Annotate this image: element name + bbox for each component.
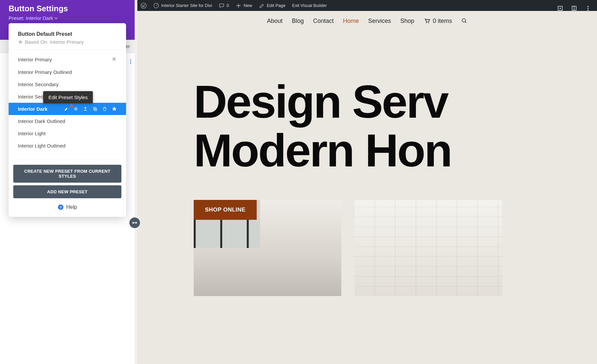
tooltip-edit-preset: Edit Preset Styles (43, 91, 93, 103)
preset-based-on: Based On: Interior Primary (18, 39, 117, 45)
panel-header-icons (557, 5, 591, 11)
nav-blog[interactable]: Blog (292, 18, 304, 25)
exit-builder-link[interactable]: Exit Visual Builder (289, 0, 330, 11)
comments-count: 0 (227, 3, 229, 8)
star-icon[interactable] (112, 106, 117, 111)
exit-builder-label: Exit Visual Builder (292, 3, 327, 8)
preset-item-label: Interior Primary Outlined (18, 69, 72, 75)
svg-point-6 (560, 8, 561, 9)
new-link[interactable]: New (232, 0, 255, 11)
svg-point-10 (587, 10, 588, 11)
panel-title: Button Settings (9, 4, 68, 13)
nav-contact[interactable]: Contact (313, 18, 334, 25)
trash-icon[interactable] (102, 106, 107, 111)
preset-item-label: Interior Dark Outlined (18, 118, 65, 124)
svg-point-9 (587, 8, 588, 9)
svg-text:?: ? (59, 205, 62, 210)
edit-icon[interactable] (64, 106, 69, 111)
preset-item-label: Interior Dark (18, 106, 47, 112)
preset-item-label: Interior Secondary (18, 82, 59, 87)
dashboard-icon (153, 3, 159, 9)
preset-item-label: Interior Light (18, 131, 45, 136)
preset-item-interior-dark[interactable]: Interior Dark (9, 103, 126, 115)
create-preset-button[interactable]: CREATE NEW PRESET FROM CURRENT STYLES (13, 165, 121, 183)
add-preset-button[interactable]: ADD NEW PRESET (13, 185, 121, 198)
nav-services[interactable]: Services (368, 18, 391, 25)
shop-online-button[interactable]: SHOP ONLINE (194, 200, 257, 220)
gear-icon[interactable] (73, 106, 78, 111)
preset-item-actions (64, 106, 117, 111)
divider (13, 160, 121, 160)
svg-point-14 (75, 108, 77, 110)
preset-default-section: Button Default Preset Based On: Interior… (9, 23, 126, 50)
star-icon (18, 39, 23, 44)
nav-home[interactable]: Home (343, 18, 359, 25)
svg-point-8 (587, 6, 588, 7)
wp-logo[interactable] (137, 0, 150, 11)
comments-link[interactable]: 0 (215, 0, 232, 11)
preset-item-interior-light[interactable]: Interior Light (9, 127, 126, 140)
upload-icon[interactable] (83, 106, 88, 111)
svg-point-0 (141, 3, 146, 8)
preset-item-label: Interior Light Outlined (18, 143, 65, 149)
chevron-down-icon (54, 17, 58, 20)
preset-item-label: Interior Primary (18, 57, 52, 62)
edit-page-label: Edit Page (267, 3, 285, 8)
help-label: Help (66, 204, 77, 210)
nav-shop[interactable]: Shop (400, 18, 414, 25)
preset-item-interior-primary-outlined[interactable]: Interior Primary Outlined (9, 66, 126, 78)
nav-cart[interactable]: 0 items (424, 18, 452, 25)
hero-image-2 (355, 200, 502, 296)
edit-page-link[interactable]: Edit Page (255, 0, 289, 11)
preset-default-title: Button Default Preset (18, 31, 117, 37)
columns-icon[interactable] (571, 5, 577, 11)
copy-icon[interactable] (93, 106, 98, 111)
plus-icon (235, 3, 241, 9)
more-icon[interactable] (585, 5, 591, 11)
site-nav: About Blog Contact Home Services Shop 0 … (137, 11, 597, 31)
resize-icon (132, 220, 138, 226)
cart-icon (424, 18, 430, 24)
nav-about[interactable]: About (267, 18, 283, 25)
hero-line2: Modern Hon (194, 126, 451, 175)
new-label: New (243, 3, 252, 8)
svg-point-11 (130, 60, 131, 61)
based-on-label: Based On: Interior Primary (25, 39, 84, 45)
edit-indicator-dot (70, 104, 73, 107)
svg-point-2 (426, 23, 427, 24)
panel-resize-handle[interactable] (129, 217, 140, 228)
svg-point-12 (130, 61, 131, 62)
cart-label: 0 items (433, 18, 452, 25)
wordpress-icon (141, 3, 147, 9)
preset-dropdown: Button Default Preset Based On: Interior… (9, 23, 126, 217)
hero-heading: Design Serv Modern Hon (194, 77, 451, 175)
preset-label: Preset: Interior Dark (9, 15, 53, 21)
page-canvas: Design Serv Modern Hon SHOP ONLINE (137, 11, 597, 364)
pencil-icon (259, 3, 265, 9)
site-title: Interior Starter Site for Divi (161, 3, 212, 8)
preset-selector[interactable]: Preset: Interior Dark (9, 15, 58, 21)
tab-peek: er (126, 44, 130, 49)
svg-point-13 (130, 63, 131, 64)
svg-point-3 (428, 23, 429, 24)
module-options-icon[interactable] (128, 59, 133, 66)
svg-point-4 (462, 19, 466, 22)
preset-item-interior-dark-outlined[interactable]: Interior Dark Outlined (9, 115, 126, 127)
default-star-icon[interactable] (111, 56, 117, 63)
help-link[interactable]: ? Help (9, 204, 126, 210)
comment-icon (219, 3, 225, 9)
preset-item-interior-light-outlined[interactable]: Interior Light Outlined (9, 140, 126, 152)
focus-icon[interactable] (557, 5, 563, 11)
preset-item-interior-primary[interactable]: Interior Primary (9, 53, 126, 66)
search-icon[interactable] (461, 18, 467, 24)
wp-adminbar: Interior Starter Site for Divi 0 New Edi… (137, 0, 597, 11)
help-icon: ? (58, 204, 64, 210)
hero-line1: Design Serv (194, 77, 451, 126)
site-link[interactable]: Interior Starter Site for Divi (150, 0, 215, 11)
preset-item-interior-secondary-1[interactable]: Interior Secondary (9, 78, 126, 91)
